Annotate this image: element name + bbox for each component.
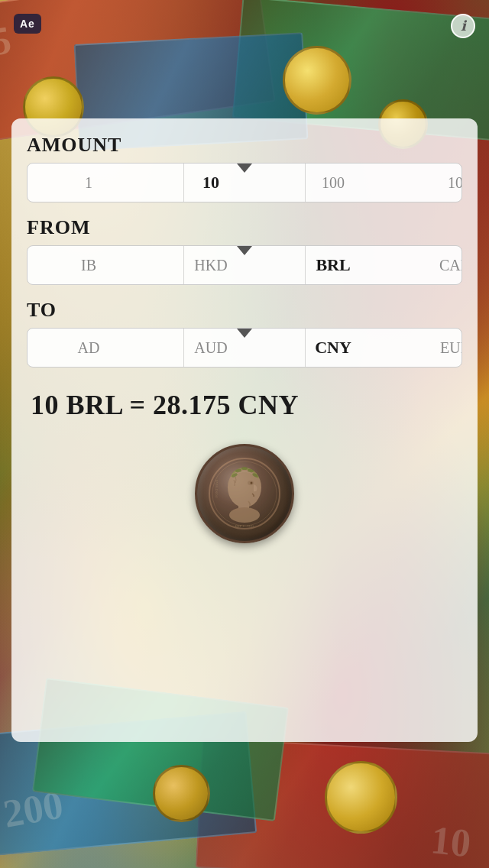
svg-text:IMP·C·AVG: IMP·C·AVG [235,524,254,528]
ancient-coin: IMP·C·AVG PONT·MAX [195,444,294,543]
from-picker[interactable]: IB HKD BRL CAD AU [27,245,462,285]
to-picker-indicator [237,329,252,338]
amount-item-10[interactable]: 10 [150,173,272,193]
svg-text:PONT·MAX: PONT·MAX [215,479,219,497]
svg-point-4 [229,507,260,523]
to-item-aud[interactable]: AUD [150,339,272,357]
to-item-ad[interactable]: AD [28,339,150,357]
coin-display: IMP·C·AVG PONT·MAX [27,444,462,543]
coin-svg: IMP·C·AVG PONT·MAX [206,455,283,532]
svg-point-9 [241,467,248,470]
result-text: 10 BRL = 28.175 CNY [31,389,458,421]
amount-item-1[interactable]: 1 [28,174,150,192]
from-label: From [27,216,462,239]
to-picker[interactable]: AD AUD CNY EUR US [27,328,462,368]
amount-label: Amount [27,134,462,157]
from-item-cad[interactable]: CAD [394,257,462,274]
amount-picker-indicator [237,164,252,173]
from-item-hkd[interactable]: HKD [150,257,272,274]
result-section: 10 BRL = 28.175 CNY [27,381,462,429]
to-item-eur[interactable]: EUR [394,339,462,357]
app-logo: Ae [14,14,41,34]
bg-coin-bottom-2 [325,761,397,834]
main-card: Amount 1 10 100 10 From IB HKD BRL CAD A… [11,118,478,742]
from-picker-indicator [237,246,252,255]
bg-coin-bottom-1 [153,765,210,822]
bg-coin-3 [283,46,351,115]
amount-picker[interactable]: 1 10 100 10 [27,163,462,202]
from-item-brl[interactable]: BRL [272,255,394,275]
coin-face: IMP·C·AVG PONT·MAX [197,446,292,541]
amount-item-100[interactable]: 100 [272,174,394,192]
amount-item-10b[interactable]: 10 [394,174,462,192]
to-item-cny[interactable]: CNY [272,338,394,358]
to-label: To [27,299,462,322]
info-button[interactable]: ℹ [451,14,475,38]
from-item-ib[interactable]: IB [28,257,150,274]
svg-point-6 [251,482,253,484]
svg-point-12 [235,486,239,492]
